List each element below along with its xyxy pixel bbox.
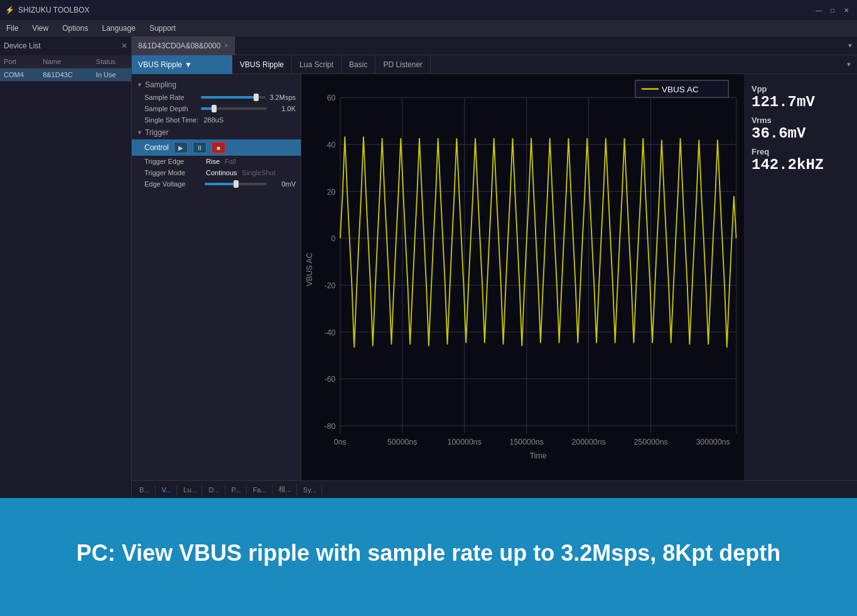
plugin-select-label: VBUS Ripple (138, 60, 182, 69)
bottom-tab-0[interactable]: B... (134, 485, 156, 495)
minimize-button[interactable]: — (813, 4, 824, 16)
app-body: Device List ✕ 8&1D43CD0A&08&0000 × ▼ Por… (0, 36, 857, 490)
device-table: Port Name Status COM4 8&1D43C In Use (0, 55, 131, 82)
svg-text:250000ns: 250000ns (633, 438, 667, 446)
device-row[interactable]: COM4 8&1D43C In Use (0, 68, 131, 82)
single-shot-row: Single Shot Time: 288uS (132, 114, 301, 126)
sample-rate-label: Sample Rate (144, 94, 201, 101)
trigger-section-header: ▼ Trigger (132, 126, 301, 139)
device-status: In Use (92, 68, 131, 82)
trigger-mode-continous[interactable]: Continous (206, 169, 237, 176)
sample-depth-label: Sample Depth (144, 105, 201, 112)
menu-options[interactable]: Options (60, 23, 90, 34)
maximize-button[interactable]: □ (827, 4, 838, 16)
sample-depth-value: 1.0K (271, 105, 296, 112)
trigger-edge-rise[interactable]: Rise (206, 158, 220, 165)
menu-view[interactable]: View (30, 23, 51, 34)
trigger-play-button[interactable]: ▶ (174, 142, 188, 153)
single-shot-value: 288uS (203, 116, 224, 124)
vpp-section: Vpp 121.7mV (752, 84, 849, 111)
device-name: 8&1D43C (39, 68, 92, 82)
app-title: SHIZUKU TOOLBOX (18, 6, 90, 14)
svg-text:150000ns: 150000ns (510, 438, 544, 446)
controls-panel: ▼ Sampling Sample Rate 3.2Msps (132, 74, 301, 480)
edge-voltage-label: Edge Voltage (144, 180, 201, 188)
trigger-mode-label: Trigger Mode (144, 169, 201, 176)
svg-text:0: 0 (331, 234, 336, 243)
sample-rate-thumb[interactable] (254, 94, 259, 101)
single-shot-label: Single Shot Time: (144, 116, 198, 124)
title-bar-controls: — □ ✕ (813, 4, 852, 16)
tab-basic[interactable]: Basic (342, 55, 375, 74)
menu-file[interactable]: File (4, 23, 21, 34)
trigger-edge-row: Trigger Edge Rise Fall (132, 156, 301, 167)
device-list-label: Device List (4, 41, 41, 50)
plugin-bar-dropdown[interactable]: ▼ (846, 61, 857, 68)
trigger-stop-button[interactable]: ■ (212, 142, 225, 153)
sample-depth-row: Sample Depth 1.0K (132, 103, 301, 114)
trigger-mode-singleshot[interactable]: SingleShot (242, 169, 276, 176)
bottom-tab-1[interactable]: V... (157, 485, 178, 495)
tab-pd-listener[interactable]: PD Listener (375, 55, 431, 74)
plugin-select-arrow: ▼ (185, 60, 192, 69)
active-tab-label: 8&1D43CD0A&08&0000 (138, 41, 220, 50)
active-device-tab[interactable]: 8&1D43CD0A&08&0000 × (132, 36, 235, 55)
tab-lua-script[interactable]: Lua Script (292, 55, 342, 74)
edge-voltage-slider-container: 0mV (205, 180, 296, 188)
edge-voltage-fill (205, 183, 236, 185)
svg-text:-40: -40 (325, 328, 336, 337)
sample-rate-value: 3.2Msps (269, 94, 296, 101)
svg-text:0ns: 0ns (334, 438, 347, 446)
edge-voltage-track (205, 183, 267, 185)
sidebar: Port Name Status COM4 8&1D43C In Use (0, 55, 132, 498)
plugin-bar: VBUS Ripple ▼ VBUS Ripple Lua Script Bas… (132, 55, 857, 74)
tab-vbus-ripple[interactable]: VBUS Ripple (232, 55, 292, 74)
chart-svg: 60 40 20 0 -20 -40 -60 -80 VBUS AC 0ns (301, 74, 744, 480)
panel-content: ▼ Sampling Sample Rate 3.2Msps (132, 74, 857, 480)
device-list-area: Device List ✕ (0, 36, 132, 55)
close-button[interactable]: ✕ (841, 4, 852, 16)
caption-text: PC: View VBUS ripple with sample rate up… (51, 540, 806, 566)
chart-area: 60 40 20 0 -20 -40 -60 -80 VBUS AC 0ns (301, 74, 857, 480)
vpp-value: 121.7mV (752, 94, 849, 111)
sample-depth-thumb[interactable] (212, 105, 217, 112)
menu-support[interactable]: Support (147, 23, 178, 34)
bottom-tab-5[interactable]: Fa... (248, 485, 272, 495)
trigger-control-row: Control ▶ ⏸ ■ (132, 139, 301, 156)
sampling-section-header: ▼ Sampling (132, 78, 301, 92)
freq-value: 142.2kHZ (752, 156, 849, 173)
trigger-edge-label: Trigger Edge (144, 158, 201, 165)
svg-text:-20: -20 (325, 281, 336, 290)
right-panel: VBUS Ripple ▼ VBUS Ripple Lua Script Bas… (132, 55, 857, 498)
bottom-tab-2[interactable]: Lu... (178, 485, 202, 495)
tab-dropdown-arrow[interactable]: ▼ (847, 42, 857, 49)
app-icon: ⚡ (5, 6, 14, 14)
svg-text:100000ns: 100000ns (448, 438, 482, 446)
sample-rate-fill (201, 96, 256, 99)
svg-text:VBUS AC: VBUS AC (662, 85, 699, 94)
svg-text:40: 40 (327, 141, 336, 149)
plugin-select[interactable]: VBUS Ripple ▼ (132, 55, 232, 74)
trigger-pause-button[interactable]: ⏸ (193, 142, 207, 153)
bottom-tab-bar: B... V... Lu... D... P... Fa... 模... Sy.… (132, 480, 857, 498)
chart-stats: Vpp 121.7mV Vrms 36.6mV Freq 142.2kHZ (744, 74, 857, 480)
bottom-tab-7[interactable]: Sy... (298, 485, 322, 495)
svg-text:VBUS AC: VBUS AC (305, 252, 314, 286)
device-list-close[interactable]: ✕ (121, 41, 127, 50)
edge-voltage-thumb[interactable] (234, 180, 239, 188)
menu-language[interactable]: Language (100, 23, 138, 34)
trigger-triangle: ▼ (137, 129, 143, 136)
caption-area: PC: View VBUS ripple with sample rate up… (0, 490, 857, 616)
trigger-mode-row: Trigger Mode Continous SingleShot (132, 167, 301, 178)
svg-text:50000ns: 50000ns (387, 438, 417, 446)
bottom-tab-6[interactable]: 模... (274, 484, 297, 495)
trigger-edge-fall[interactable]: Fall (225, 158, 236, 165)
bottom-tab-4[interactable]: P... (227, 485, 247, 495)
col-port: Port (0, 55, 39, 68)
device-port: COM4 (0, 68, 39, 82)
tab-close-button[interactable]: × (224, 42, 228, 49)
freq-label: Freq (752, 147, 849, 156)
chart-container: 60 40 20 0 -20 -40 -60 -80 VBUS AC 0ns (301, 74, 744, 480)
sampling-triangle: ▼ (137, 82, 143, 88)
bottom-tab-3[interactable]: D... (203, 485, 225, 495)
